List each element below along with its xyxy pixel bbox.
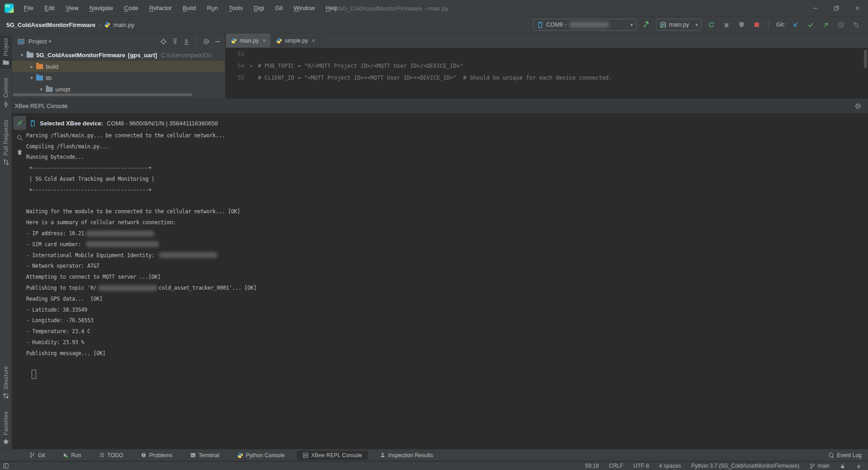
horizontal-scrollbar[interactable] <box>13 93 192 96</box>
stop-icon <box>753 21 760 28</box>
clock-icon <box>837 21 845 28</box>
menu-navigate[interactable]: Navigate <box>85 3 117 13</box>
tool-window-switcher-icon[interactable] <box>3 463 9 469</box>
minimize-icon <box>812 5 819 11</box>
close-button[interactable] <box>847 0 868 16</box>
minimize-button[interactable] <box>805 0 826 16</box>
menu-tools[interactable]: Tools <box>224 3 247 13</box>
tool-window-button-problems[interactable]: Problems <box>135 451 178 460</box>
chevron-down-icon[interactable]: ▾ <box>28 75 35 81</box>
line-separator-widget[interactable]: CRLF <box>609 463 623 469</box>
git-commit-button[interactable] <box>805 19 816 30</box>
git-push-button[interactable] <box>820 19 831 30</box>
tool-stripe-top: Project Commit Pull Requests <box>0 33 11 170</box>
build-button[interactable] <box>641 19 652 30</box>
history-button[interactable] <box>835 19 846 30</box>
menu-file[interactable]: File <box>19 3 38 13</box>
console-text: Attempting to connect to MQTT server ...… <box>26 274 161 280</box>
console-text: Publishing message... [OK] <box>26 350 106 357</box>
collapse-all-icon[interactable] <box>183 38 190 45</box>
stripe-item-favorites[interactable]: Favorites <box>0 409 12 448</box>
caret-position-widget[interactable]: 59:18 <box>585 463 599 469</box>
encoding-widget[interactable]: UTF-8 <box>633 463 649 469</box>
xbee-repl-console-panel: XBee REPL Console Selected XBee device: … <box>12 98 868 449</box>
stop-button[interactable] <box>751 19 762 30</box>
menu-git[interactable]: Git <box>270 3 287 13</box>
stripe-item-label: Project <box>3 38 9 56</box>
xbee-config-icon <box>660 22 666 28</box>
stripe-item-pull-requests[interactable]: Pull Requests <box>0 117 12 168</box>
menu-window[interactable]: Window <box>289 3 319 13</box>
console-text: Running bytecode... <box>26 154 84 160</box>
fold-marker-icon[interactable] <box>244 64 258 69</box>
restore-button[interactable] <box>826 0 847 16</box>
search-button[interactable] <box>16 134 24 142</box>
structure-icon <box>2 392 10 400</box>
gear-icon[interactable] <box>854 103 862 110</box>
coverage-button[interactable] <box>736 19 747 30</box>
connect-button[interactable] <box>13 116 26 130</box>
redacted-text <box>159 252 218 258</box>
code-editor[interactable]: 53 54 # PUB_TOPIC = "0/<MQTT Project ID>… <box>226 48 868 84</box>
close-tab-icon[interactable]: × <box>262 37 266 44</box>
git-update-button[interactable] <box>790 19 801 30</box>
debug-button[interactable] <box>721 19 732 30</box>
tree-item-build[interactable]: ▸build <box>12 61 225 72</box>
tab-label: simple.py <box>285 38 308 44</box>
python-icon <box>237 452 243 459</box>
tool-window-button-todo[interactable]: TODO <box>93 451 128 460</box>
expand-all-icon[interactable] <box>171 38 179 45</box>
menu-view[interactable]: View <box>61 3 83 13</box>
tree-item-path: C:\Users\mpark\Do <box>161 52 212 59</box>
rerun-button[interactable] <box>706 19 717 30</box>
chevron-down-icon[interactable]: ▾ <box>18 52 26 58</box>
menu-edit[interactable]: Edit <box>40 3 59 13</box>
chevron-down-icon[interactable]: ▾ <box>38 86 45 92</box>
tool-window-button-python-console[interactable]: Python Console <box>231 451 290 460</box>
unlock-icon[interactable] <box>840 463 846 469</box>
gear-icon[interactable] <box>202 38 210 45</box>
breadcrumb-project[interactable]: 5G_ColdAssetMonitorFirmware <box>6 22 95 28</box>
tree-item-5g_coldassetmonitorfirmware[interactable]: ▾5G_ColdAssetMonitorFirmware[gps_uart]C:… <box>12 49 225 61</box>
menu-code[interactable]: Code <box>120 3 143 13</box>
editor-scrollbar[interactable] <box>864 50 867 68</box>
tool-window-button-xbee-repl-console[interactable]: XBee REPL Console <box>297 451 368 460</box>
clear-console-button[interactable] <box>16 148 24 157</box>
indent-widget[interactable]: 4 spaces <box>659 463 681 469</box>
chevron-down-icon[interactable]: ▾ <box>49 38 51 44</box>
close-tab-icon[interactable]: × <box>311 37 315 44</box>
project-panel-title[interactable]: Project <box>28 38 47 45</box>
tool-window-button-inspection-results[interactable]: Inspection Results <box>374 451 439 460</box>
tool-window-button-run[interactable]: Run <box>57 451 87 460</box>
run-config-selector[interactable]: main.py ▾ <box>656 19 702 31</box>
console-line: - Network operator: AT&T <box>26 261 257 272</box>
interpreter-widget[interactable]: Python 3.7 (5G_ColdAssetMonitorFirmware) <box>691 463 799 469</box>
event-log-button[interactable]: Event Log <box>828 452 868 459</box>
breadcrumb-file[interactable]: main.py <box>114 22 135 28</box>
rollback-button[interactable] <box>851 19 862 30</box>
menu-digi[interactable]: Digi <box>249 3 268 13</box>
xbee-icon <box>302 452 309 459</box>
stripe-item-structure[interactable]: Structure <box>0 363 12 402</box>
device-selector[interactable]: COM8 - ▾ <box>533 19 637 31</box>
tool-window-button-git[interactable]: Git <box>24 451 50 460</box>
tool-window-bar: Git Run TODO Problems Terminal Python Co… <box>0 449 868 461</box>
console-line: - SIM card number: <box>26 239 257 250</box>
locate-icon[interactable] <box>160 38 167 45</box>
main-toolbar: 5G_ColdAssetMonitorFirmware › main.py CO… <box>0 16 868 33</box>
editor-tab-simple-py[interactable]: simple.py × <box>271 33 320 48</box>
inspection-profile-icon[interactable] <box>856 463 862 469</box>
menu-run[interactable]: Run <box>202 3 223 13</box>
editor-tab-main-py[interactable]: main.py × <box>226 33 271 48</box>
git-branch-widget[interactable]: main <box>809 463 830 469</box>
menu-refactor[interactable]: Refactor <box>145 3 176 13</box>
stripe-item-project[interactable]: Project <box>0 35 12 69</box>
tool-window-button-terminal[interactable]: Terminal <box>185 451 225 460</box>
code-line-54: 54 # PUB_TOPIC = "0/<MQTT Project ID>/<M… <box>226 60 868 72</box>
tree-item-lib[interactable]: ▾lib <box>12 72 225 84</box>
stripe-item-commit[interactable]: Commit <box>0 75 12 110</box>
chevron-right-icon[interactable]: ▸ <box>28 64 35 70</box>
menu-build[interactable]: Build <box>178 3 201 13</box>
hide-panel-icon[interactable] <box>214 38 221 45</box>
console-output[interactable]: Parsing /flash/main.py... be connected t… <box>26 130 257 359</box>
